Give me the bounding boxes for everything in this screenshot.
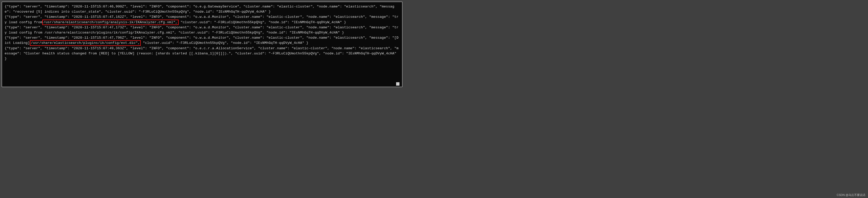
- highlighted-path-analyzer-cfg: /usr/share/elasticsearch/config/analysis…: [42, 20, 178, 25]
- log-entry: {"type": "server", "timestamp": "2020-11…: [5, 26, 398, 34]
- log-entry-suffix: "cluster.uuid": "-F3RLuCiQUmothn55kpQVg"…: [141, 41, 308, 45]
- highlighted-path-ext-dic: /usr/share/elasticsearch/plugins/ik/conf…: [30, 40, 141, 46]
- terminal-output[interactable]: {"type": "server", "timestamp": "2020-11…: [2, 2, 403, 87]
- log-entry-suffix: "cluster.uuid": "-F3RLuCiQUmothn55kpQVg"…: [179, 20, 346, 24]
- log-entry: {"type": "server", "timestamp": "2020-11…: [5, 47, 398, 61]
- watermark-text: CSDN @乌云不要说话: [837, 193, 865, 197]
- scrollbar-thumb[interactable]: [396, 82, 400, 86]
- log-content: {"type": "server", "timestamp": "2020-11…: [5, 4, 400, 61]
- log-entry: {"type": "server", "timestamp": "2020-11…: [5, 5, 394, 14]
